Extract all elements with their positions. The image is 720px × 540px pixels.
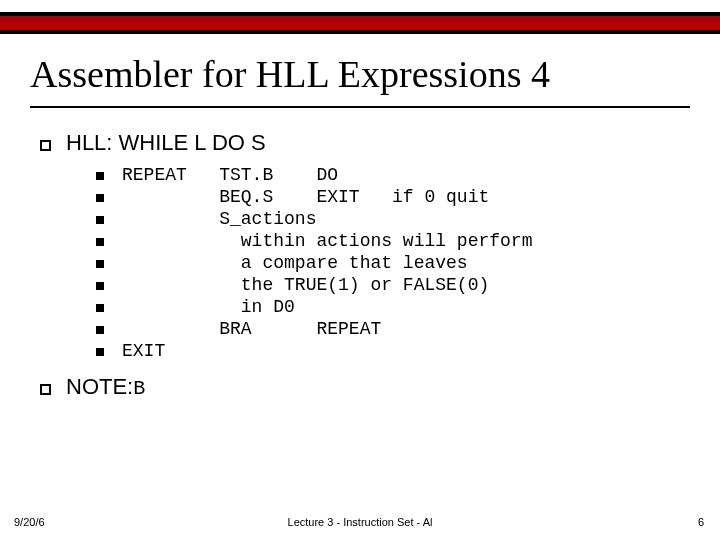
solid-square-bullet-icon xyxy=(96,164,122,186)
solid-square-bullet-icon xyxy=(96,186,122,208)
slide-title: Assembler for HLL Expressions 4 xyxy=(30,54,690,96)
decorative-red-stripe xyxy=(0,16,720,30)
open-square-bullet-icon xyxy=(40,374,66,400)
bullet-hll-heading: HLL: WHILE L DO S xyxy=(40,130,680,156)
code-text: S_actions xyxy=(122,208,316,230)
code-line: the TRUE(1) or FALSE(0) xyxy=(96,274,680,296)
footer-page-number: 6 xyxy=(698,516,704,528)
code-line: in D0 xyxy=(96,296,680,318)
code-block: REPEAT TST.B DO BEQ.S EXIT if 0 quit S_a… xyxy=(96,164,680,362)
solid-square-bullet-icon xyxy=(96,274,122,296)
code-line: S_actions xyxy=(96,208,680,230)
code-line: EXIT xyxy=(96,340,680,362)
code-text: the TRUE(1) or FALSE(0) xyxy=(122,274,489,296)
title-underline xyxy=(30,106,690,108)
code-line: BRA REPEAT xyxy=(96,318,680,340)
slide: Assembler for HLL Expressions 4 HLL: WHI… xyxy=(0,0,720,540)
solid-square-bullet-icon xyxy=(96,318,122,340)
solid-square-bullet-icon xyxy=(96,296,122,318)
solid-square-bullet-icon xyxy=(96,340,122,362)
code-text: EXIT xyxy=(122,340,165,362)
bullet-note: NOTE: B xyxy=(40,374,145,400)
slide-body: HLL: WHILE L DO S REPEAT TST.B DO BEQ.S … xyxy=(40,130,680,362)
decorative-top-bar xyxy=(0,12,720,34)
solid-square-bullet-icon xyxy=(96,252,122,274)
code-text: BRA REPEAT xyxy=(122,318,381,340)
code-text: REPEAT TST.B DO xyxy=(122,164,338,186)
code-line: REPEAT TST.B DO xyxy=(96,164,680,186)
code-line: within actions will perform xyxy=(96,230,680,252)
code-text: within actions will perform xyxy=(122,230,532,252)
note-text: B xyxy=(133,377,145,400)
note-label: NOTE: xyxy=(66,374,133,400)
code-line: a compare that leaves xyxy=(96,252,680,274)
solid-square-bullet-icon xyxy=(96,230,122,252)
code-text: BEQ.S EXIT if 0 quit xyxy=(122,186,489,208)
code-text: in D0 xyxy=(122,296,295,318)
code-text: a compare that leaves xyxy=(122,252,468,274)
open-square-bullet-icon xyxy=(40,130,66,156)
footer-center: Lecture 3 - Instruction Set - Al xyxy=(0,516,720,528)
solid-square-bullet-icon xyxy=(96,208,122,230)
hll-heading-text: HLL: WHILE L DO S xyxy=(66,130,266,156)
code-line: BEQ.S EXIT if 0 quit xyxy=(96,186,680,208)
